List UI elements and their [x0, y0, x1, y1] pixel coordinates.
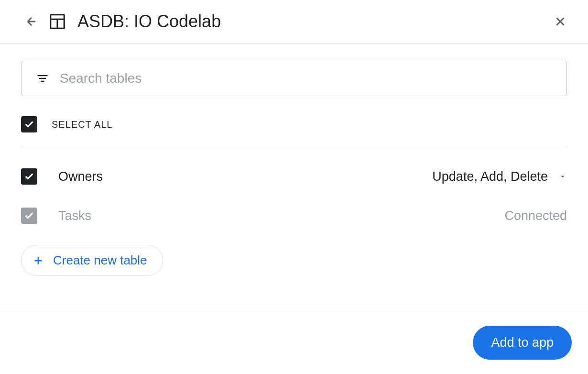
dialog-header: ASDB: IO Codelab	[0, 0, 588, 44]
arrow-left-icon	[25, 15, 38, 28]
checkmark-icon	[24, 171, 34, 182]
back-arrow-button[interactable]	[24, 14, 39, 29]
select-all-label: SELECT ALL	[52, 119, 112, 130]
table-row: Owners Update, Add, Delete	[21, 157, 567, 196]
table-permissions-dropdown[interactable]: Update, Add, Delete	[432, 169, 567, 184]
dialog-title: ASDB: IO Codelab	[77, 11, 552, 32]
table-checkbox-owners[interactable]	[21, 168, 37, 185]
table-status: Connected	[504, 209, 567, 223]
checkmark-icon	[24, 210, 34, 221]
filter-icon	[35, 71, 50, 86]
chevron-down-icon	[558, 169, 567, 184]
dialog-content: SELECT ALL Owners Update, Add, Delete Ta…	[0, 44, 588, 276]
plus-icon	[32, 254, 44, 267]
table-icon	[48, 12, 67, 31]
table-checkbox-tasks[interactable]	[21, 208, 37, 224]
table-status-label: Connected	[504, 209, 567, 223]
close-icon	[553, 14, 567, 29]
table-name: Tasks	[58, 209, 504, 223]
select-all-checkbox[interactable]	[21, 116, 37, 132]
table-permissions-label: Update, Add, Delete	[432, 169, 548, 184]
create-table-button[interactable]: Create new table	[21, 245, 163, 276]
close-button[interactable]	[552, 13, 569, 30]
search-box[interactable]	[21, 61, 567, 96]
table-row: Tasks Connected	[21, 196, 567, 235]
create-table-label: Create new table	[53, 253, 147, 268]
add-to-app-button[interactable]: Add to app	[473, 326, 572, 360]
checkmark-icon	[24, 119, 34, 130]
dialog-footer: Add to app	[0, 311, 588, 374]
search-input[interactable]	[60, 71, 553, 86]
select-all-row: SELECT ALL	[21, 116, 567, 147]
table-name: Owners	[58, 169, 432, 184]
